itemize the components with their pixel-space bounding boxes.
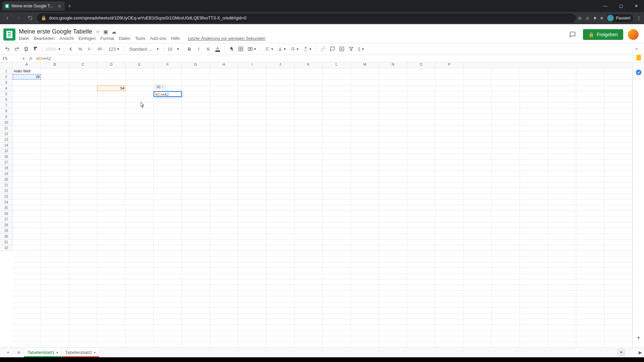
row-header[interactable]: 11 [0, 125, 12, 131]
menu-insert[interactable]: Einfügen [78, 36, 96, 41]
fill-color-button[interactable] [227, 45, 235, 53]
maximize-button[interactable]: ▢ [613, 0, 629, 12]
insert-chart-button[interactable] [338, 45, 346, 53]
column-headers[interactable]: ABCDEFGHIJKLMNOP [13, 62, 633, 68]
back-button[interactable] [3, 13, 12, 23]
format-currency-button[interactable]: € [67, 45, 75, 53]
insert-comment-button[interactable] [328, 45, 336, 53]
reload-button[interactable] [25, 13, 35, 23]
column-header[interactable]: G [182, 62, 210, 68]
add-sheet-button[interactable]: + [3, 350, 13, 355]
row-header[interactable]: 21 [0, 182, 12, 188]
increase-decimal-button[interactable]: .00→ [95, 45, 106, 53]
reading-list-icon[interactable]: ≡ [600, 15, 603, 21]
move-icon[interactable]: ▣ [103, 29, 108, 35]
all-sheets-button[interactable]: ≡ [13, 350, 24, 355]
row-header[interactable]: 5 [0, 91, 12, 97]
cell-editor-F5[interactable]: =D4+A2 [154, 91, 182, 97]
account-avatar[interactable] [628, 29, 639, 40]
row-header[interactable]: 28 [0, 222, 12, 228]
sheet-tab-menu-icon[interactable]: ▾ [56, 351, 58, 354]
print-button[interactable] [22, 45, 30, 53]
close-icon[interactable]: × [162, 85, 164, 89]
document-title[interactable]: Meine erste Google Tabelle [19, 28, 92, 35]
tasks-icon[interactable] [635, 69, 642, 76]
row-header[interactable]: 25 [0, 205, 12, 211]
column-header[interactable]: E [125, 62, 154, 68]
close-window-button[interactable]: ✕ [629, 0, 644, 12]
row-header[interactable]: 31 [0, 239, 12, 245]
tab-close-icon[interactable]: ✕ [58, 4, 61, 9]
italic-button[interactable]: I [195, 45, 203, 53]
zoom-indicator-icon[interactable]: ⊕ [578, 15, 582, 21]
name-box[interactable]: F5 ▾ [0, 56, 27, 61]
number-format-select[interactable]: 123▼ [107, 45, 121, 53]
column-header[interactable]: L [323, 62, 351, 68]
add-sidepanel-button[interactable]: + [637, 334, 641, 342]
row-header[interactable]: 4 [0, 85, 12, 91]
paint-format-button[interactable] [32, 45, 40, 53]
star-icon[interactable]: ☆ [96, 29, 100, 35]
row-header[interactable]: 22 [0, 188, 12, 194]
row-header[interactable]: 29 [0, 228, 12, 234]
column-header[interactable]: K [294, 62, 323, 68]
row-header[interactable]: 2 [0, 74, 12, 80]
row-header[interactable]: 16 [0, 154, 12, 160]
undo-button[interactable] [3, 45, 11, 53]
browser-tab[interactable]: Meine erste Google Tabelle - Go... ✕ [2, 1, 65, 11]
share-button[interactable]: 🔒 Freigeben [583, 29, 623, 40]
cloud-status-icon[interactable]: ☁ [111, 29, 116, 35]
row-header[interactable]: 27 [0, 217, 12, 222]
text-wrap-button[interactable]: ▼ [289, 45, 301, 53]
menu-format[interactable]: Format [100, 36, 114, 41]
cell-A1[interactable]: Hallo Welt [13, 68, 41, 74]
menu-addons[interactable]: Add-ons [150, 36, 166, 41]
forward-button[interactable] [14, 13, 23, 23]
menu-tools[interactable]: Tools [135, 36, 145, 41]
zoom-select[interactable]: 100%▼ [45, 47, 61, 52]
vertical-align-button[interactable]: ▼ [276, 45, 288, 53]
text-rotation-button[interactable]: ▼ [302, 45, 313, 53]
menu-data[interactable]: Daten [119, 36, 130, 41]
decrease-decimal-button[interactable]: .0← [86, 45, 94, 53]
row-headers[interactable]: 1234567891011121314151617181920212223242… [0, 68, 13, 251]
row-header[interactable]: 24 [0, 199, 12, 205]
row-header[interactable]: 9 [0, 114, 12, 120]
cell-A2[interactable]: 26 [13, 74, 41, 80]
column-header[interactable]: M [351, 62, 379, 68]
column-header[interactable]: B [41, 62, 69, 68]
row-header[interactable]: 7 [0, 103, 12, 108]
menu-edit[interactable]: Bearbeiten [34, 36, 55, 41]
menu-help[interactable]: Hilfe [171, 36, 180, 41]
text-color-button[interactable]: A [214, 45, 222, 53]
new-tab-button[interactable]: + [65, 3, 74, 9]
font-family-select[interactable]: Standard (…▼ [127, 46, 162, 52]
profile-chip[interactable]: Pausiert [606, 14, 633, 22]
row-header[interactable]: 23 [0, 194, 12, 199]
comment-history-button[interactable] [567, 29, 578, 40]
column-header[interactable]: N [379, 62, 407, 68]
column-header[interactable]: O [407, 62, 435, 68]
extensions-icon[interactable]: ✦ [593, 15, 597, 21]
row-header[interactable]: 10 [0, 120, 12, 125]
functions-button[interactable]: Σ▼ [357, 45, 366, 53]
filter-button[interactable] [347, 45, 355, 53]
merge-cells-button[interactable]: ▼ [246, 45, 258, 53]
column-header[interactable]: A [13, 62, 41, 68]
column-header[interactable]: C [69, 62, 97, 68]
sheet-nav-right-icon[interactable]: ▶ [639, 350, 642, 355]
column-header[interactable]: I [238, 62, 266, 68]
menu-file[interactable]: Datei [19, 36, 29, 41]
menu-view[interactable]: Ansicht [59, 36, 74, 41]
bookmark-star-icon[interactable]: ☆ [585, 15, 590, 21]
sheet-tab-1[interactable]: Tabellenblatt1 ▾ [24, 348, 62, 357]
spreadsheet-grid[interactable]: ABCDEFGHIJKLMNOP 12345678910111213141516… [0, 62, 633, 347]
row-header[interactable]: 15 [0, 148, 12, 154]
row-header[interactable]: 13 [0, 137, 12, 142]
sheet-tab-2[interactable]: Tabellenblatt2 ▾ [62, 348, 99, 357]
column-header[interactable]: J [266, 62, 294, 68]
borders-button[interactable] [237, 45, 245, 53]
insert-link-button[interactable] [319, 45, 327, 53]
explore-button[interactable] [617, 349, 625, 357]
row-header[interactable]: 18 [0, 165, 12, 171]
